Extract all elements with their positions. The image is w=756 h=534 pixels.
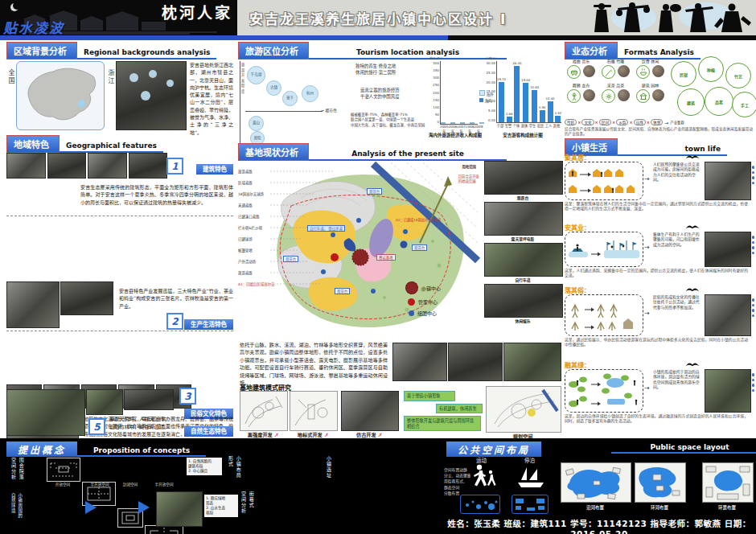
pavilion-icon bbox=[636, 89, 650, 103]
format-cell-lion-dragonboat: 舞狮 龙舟 bbox=[565, 82, 598, 103]
cluster-bubble: 民宿 bbox=[671, 61, 696, 87]
panel-caption: 沿河布置 bbox=[561, 504, 630, 511]
icon-label-mooring: 停泊 bbox=[524, 456, 535, 464]
header-underline-blue bbox=[0, 35, 448, 40]
visitor-chart: 比例(%) 30.0025.0020.0015.0010.005.000.00 … bbox=[484, 56, 561, 140]
bird-icon bbox=[685, 223, 700, 230]
concept-sketch-label: 半开放空间 bbox=[145, 482, 183, 487]
climbing-base-label: 攀岩基地 bbox=[376, 254, 396, 261]
tourism-note-2: 远离尘嚣的旅游经历 千姿人文的中国风度 bbox=[360, 87, 434, 100]
work-diagram bbox=[565, 232, 643, 267]
brand-subtitle: 贴水凌波 bbox=[3, 17, 64, 35]
format-cell-tea: 采茶 品茶 bbox=[599, 82, 632, 103]
folk-figures-silhouette bbox=[585, 0, 754, 35]
design-poster: 枕河人家 贴水凌波 安吉龙王溪养生旅居小镇中心区设计 I 区域背景分析 Regi… bbox=[0, 0, 756, 534]
scatter-point: 杭州 bbox=[302, 85, 318, 102]
features-section-title-en: Geographical features bbox=[60, 142, 163, 153]
concepts-row2-note: 1. 顺应绿地 形态 2. 山水生态 格局 bbox=[204, 495, 238, 517]
pattern-option: 仿古开发 ✗ bbox=[341, 431, 397, 438]
icon-label-sport: 运动 bbox=[476, 456, 487, 464]
photo-circle bbox=[618, 89, 630, 101]
concepts-row2-side-label: 小镇周围的 自然环境 bbox=[10, 493, 23, 532]
region-section-title-en: Regional backgrounds analysis bbox=[77, 48, 216, 60]
townlife-side-text: 小镇的形成依托于周边的自然环境，周边富有活力的绿色空间则成就天然的游乐空间。 bbox=[653, 370, 701, 391]
townlife-caption: 这里：聚落智慧体现在将人们的生活空间集中在一定范围内，通过邻里间的方式提供公共交… bbox=[565, 202, 748, 212]
concept-sketch-label: 封闭空间 bbox=[116, 482, 145, 487]
site-label: 帐篷营地 bbox=[238, 248, 253, 253]
pattern-sketch-high-density bbox=[240, 391, 288, 431]
scatter-point: 莫干 bbox=[282, 91, 298, 106]
cluster-bubble: 手工 bbox=[732, 92, 756, 117]
concept-sketch-label: 半开放空间 bbox=[80, 482, 119, 487]
visitor-chart-caption: 安吉游客构成统计图 bbox=[484, 132, 561, 138]
site-legend: 小镇中心 管家中心 组团中心 bbox=[405, 281, 441, 321]
site-context-photo bbox=[503, 343, 561, 381]
feature-industry: 安吉县特色产业发展迅猛，三大特色产业“竹业、茶业和椅业”构成安吉的三张名片。农林… bbox=[6, 279, 233, 331]
formats-icon-grid: 戏曲 音乐 石雕 竹雕 饮食 休闲 bbox=[565, 58, 668, 103]
visitor-chart-unit: 比例(%) bbox=[486, 56, 497, 60]
boats-icon bbox=[515, 464, 547, 490]
panel-caption: 环河布置 bbox=[635, 504, 684, 511]
credits-line: 姓名：张玉柔 班级：建筑111 学号：11142123 指导老师：郭敏燕 日期：… bbox=[446, 517, 752, 534]
pattern-notes: 基于塑造小镇形象 有机建筑，休闲养生 整体形象开发与建筑尺度与周围环境相结合 bbox=[404, 391, 481, 431]
feature-number: 2 bbox=[166, 313, 183, 330]
layout-panel-ring-river bbox=[635, 462, 686, 503]
photo-circle bbox=[618, 65, 630, 77]
townlife-photo bbox=[705, 162, 751, 200]
site-label: 未通道路 bbox=[238, 203, 253, 207]
scatter-point: 千岛湖 bbox=[247, 66, 265, 84]
flow-arrow-icon bbox=[138, 501, 150, 514]
feature-label: 生产生活特色 bbox=[184, 319, 233, 330]
feature-label: 建筑特色 bbox=[196, 164, 233, 175]
publicspace-side-note: 空间布置动静 分立、动态聚集 用街巷形式、 静态空间 分散布置 bbox=[444, 467, 471, 496]
townlife-caption: 这里，周边的自然环境给小镇创造了良好的生态环境。通过融其绿的方式创造良好的人居环… bbox=[565, 414, 748, 424]
site-photo-caption: 自行车道 bbox=[484, 277, 561, 282]
walking-people-icon bbox=[470, 464, 497, 490]
site-label: 区域道路 bbox=[238, 180, 253, 185]
mooring-space-diagram bbox=[512, 495, 549, 514]
viewpoint-label: 观景台 bbox=[412, 244, 427, 251]
scatter-y-label: 旅游开发程度 bbox=[240, 63, 244, 95]
townlife-photo bbox=[705, 232, 751, 267]
pattern-note: 整体形象开发与建筑尺度与周围环境相结合 bbox=[404, 416, 481, 431]
flow-arrow-icon bbox=[85, 501, 97, 514]
concepts-row1-note: 1. 自然风貌的 建筑布局 2. 中心围合 bbox=[187, 458, 222, 475]
plan-sketch bbox=[486, 386, 561, 433]
income-chart: 单位:亿元 400350300250200150100500 2005年2006… bbox=[429, 60, 479, 140]
townlife-name: 落其俗： bbox=[565, 285, 754, 294]
tourism-note-3: 植被覆盖率-75%、森林覆盖率-71% 联合国人居奖第一县、中国第一个生态县 中… bbox=[351, 113, 431, 128]
feature-number: 1 bbox=[166, 158, 183, 175]
site-label: 户外活动场 bbox=[238, 259, 256, 264]
site-photo-caption: 露天草坪电影 bbox=[484, 236, 561, 241]
concepts-row1-side-label: 围合院落 空间分析 bbox=[10, 458, 25, 491]
boundary-label: 用地范围 bbox=[462, 164, 476, 169]
photo-circle bbox=[583, 89, 595, 101]
region-description: 安吉县地处浙江西北部，湖州市辖县之一，北靠天目山，面向沪宁杭。生态环境优美宜居，… bbox=[190, 61, 233, 134]
dwell-diagram bbox=[565, 162, 643, 200]
concept-sketch bbox=[47, 458, 80, 482]
concept-sketch-label: 开放空间 bbox=[43, 482, 82, 487]
tourism-note-1: 独特的养生·修身之地 休闲的旅行·第二居所 bbox=[355, 63, 429, 76]
townlife-work: 安其业： → 集体生产有利于人们生产的聚集的可能，河口和田埂也成为活动的空间。 … bbox=[565, 223, 754, 284]
sport-space-diagram bbox=[460, 495, 500, 514]
site-description: 依托于山脉、跌水、溪流、湖泊、竹林等多地形交织贯穿，风景绝美高尔夫景观。勘察小镇… bbox=[240, 341, 388, 387]
site-photo-caption: 休闲娱乐 bbox=[484, 318, 561, 323]
townlife-photo bbox=[705, 369, 751, 413]
photo-circle bbox=[652, 65, 664, 77]
tea-flower-icon bbox=[602, 89, 615, 103]
concepts-section-title: 提出概念 bbox=[6, 442, 77, 457]
site-photos: 观景台 露天草坪电影 自行车道 休闲娱乐 bbox=[484, 161, 561, 336]
townlife-photo bbox=[705, 294, 751, 336]
chisel-icon bbox=[602, 65, 615, 79]
panel-caption: 环景布置 bbox=[702, 504, 752, 511]
townlife-side-text: 集体生产有利于人们生产的聚集的可能，河口和田埂也成为活动的空间。 bbox=[653, 232, 701, 248]
header-brand-block: 枕河人家 贴水凌波 bbox=[0, 0, 237, 35]
left-column: 区域背景分析 Regional backgrounds analysis 全国 … bbox=[6, 42, 233, 437]
site-section-title-en: Analysis of the present site bbox=[309, 150, 507, 161]
cluster-bubble: 建筑 bbox=[677, 88, 705, 116]
concepts-row2-right-label: 街巷式 空间分析 bbox=[240, 491, 255, 530]
formats-section-title: 业态分析 bbox=[565, 42, 618, 60]
site-plan-map: 旅游道路 区域道路 18洞高尔夫球场 未通道路 已建溪口道路 拦水坝&拦沙坝 已… bbox=[238, 161, 481, 338]
bird-icon bbox=[685, 360, 700, 368]
format-cell-food: 饮食 休闲 bbox=[634, 58, 667, 79]
